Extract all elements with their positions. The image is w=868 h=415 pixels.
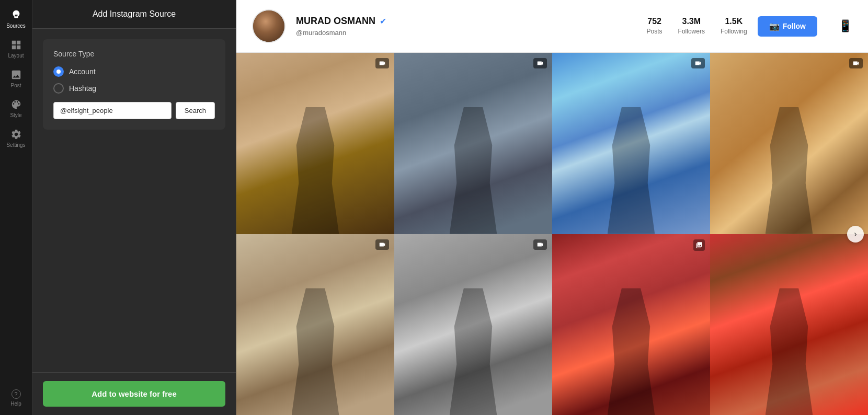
profile-name: MURAD OSMANN (296, 16, 375, 27)
video-camera-icon (379, 60, 386, 67)
layout-icon (10, 39, 22, 51)
grid-item-8[interactable] (710, 234, 868, 416)
panel-title: Add Instagram Source (32, 0, 236, 29)
stat-following-label: Following (721, 28, 747, 35)
panel-footer: Add to website for free (32, 372, 236, 415)
stat-following-value: 1.5K (721, 17, 747, 26)
media-badge-5 (375, 239, 389, 250)
radio-hashtag-label: Hashtag (69, 84, 96, 93)
source-panel: Add Instagram Source Source Type Account… (32, 0, 236, 415)
stat-followers-label: Followers (678, 28, 705, 35)
media-badge-1 (375, 58, 389, 68)
sidebar-item-help-label: Help (10, 401, 21, 407)
source-type-label: Source Type (53, 50, 215, 58)
sidebar-item-post-label: Post (10, 83, 21, 88)
instagram-icon: 📷 (769, 21, 780, 31)
media-badge-6 (533, 239, 547, 250)
gear-icon (10, 129, 22, 140)
profile-info: MURAD OSMANN ✔ @muradosmann (296, 16, 626, 37)
source-type-card: Source Type Account Hashtag Search (43, 39, 225, 130)
profile-name-row: MURAD OSMANN ✔ (296, 16, 626, 27)
follow-button[interactable]: 📷 Follow (758, 16, 817, 37)
plug-icon (10, 9, 22, 21)
sidebar-item-style[interactable]: Style (2, 95, 30, 122)
media-badge-3 (691, 58, 705, 68)
sidebar-item-post[interactable]: Post (2, 65, 30, 93)
search-input[interactable] (53, 102, 172, 119)
sidebar-item-sources[interactable]: Sources (2, 5, 30, 33)
image-icon (10, 69, 22, 80)
help-icon: ? (12, 389, 21, 399)
profile-stats: 752 Posts 3.3M Followers 1.5K Following (647, 17, 747, 36)
stat-followers: 3.3M Followers (678, 17, 705, 36)
grid-item-6[interactable] (394, 234, 552, 416)
sidebar-item-help[interactable]: ? Help (2, 385, 30, 411)
radio-hashtag[interactable]: Hashtag (53, 83, 215, 94)
video-camera-icon-3 (694, 60, 702, 67)
stat-posts-value: 752 (647, 17, 663, 26)
grid-container (236, 53, 868, 415)
main-content: MURAD OSMANN ✔ @muradosmann 752 Posts 3.… (236, 0, 868, 415)
video-camera-icon-4 (852, 60, 860, 67)
sidebar-item-layout[interactable]: Layout (2, 35, 30, 63)
grid-item-3[interactable] (552, 53, 710, 234)
video-camera-icon-6 (536, 241, 544, 248)
profile-header: MURAD OSMANN ✔ @muradosmann 752 Posts 3.… (236, 0, 868, 53)
album-icon (695, 241, 703, 249)
sidebar-item-layout-label: Layout (8, 53, 24, 59)
radio-account-label: Account (69, 67, 96, 76)
sidebar-item-style-label: Style (10, 112, 21, 118)
profile-username: @muradosmann (296, 29, 626, 37)
panel-content: Source Type Account Hashtag Search (32, 29, 236, 372)
video-camera-icon-5 (379, 241, 386, 248)
mobile-preview-icon[interactable]: 📱 (838, 19, 852, 33)
grid-item-2[interactable] (394, 53, 552, 234)
avatar (252, 9, 285, 43)
stat-posts: 752 Posts (647, 17, 663, 36)
avatar-image (253, 10, 284, 42)
sidebar-item-sources-label: Sources (6, 23, 26, 29)
add-to-website-button[interactable]: Add to website for free (43, 381, 225, 407)
media-badge-7 (693, 239, 705, 251)
stat-following: 1.5K Following (721, 17, 747, 36)
grid-item-1[interactable] (236, 53, 394, 234)
sidebar-item-settings[interactable]: Settings (2, 124, 30, 152)
source-type-radio-group: Account Hashtag (53, 66, 215, 94)
palette-icon (10, 99, 22, 110)
grid-item-5[interactable] (236, 234, 394, 416)
grid-item-7[interactable] (552, 234, 710, 416)
sidebar-item-settings-label: Settings (6, 142, 25, 148)
stat-posts-label: Posts (647, 28, 663, 35)
video-camera-icon-2 (536, 60, 544, 67)
photo-grid: › (236, 53, 868, 415)
radio-account-circle (53, 66, 64, 77)
stat-followers-value: 3.3M (678, 17, 705, 26)
next-arrow-button[interactable]: › (847, 226, 864, 243)
search-row: Search (53, 102, 215, 119)
media-badge-4 (849, 58, 863, 68)
radio-hashtag-circle (53, 83, 64, 94)
sidebar: Sources Layout Post Style Settings ? Hel… (0, 0, 32, 415)
media-badge-2 (533, 58, 547, 68)
grid-item-4[interactable] (710, 53, 868, 234)
verified-badge-icon: ✔ (380, 16, 386, 26)
radio-account[interactable]: Account (53, 66, 215, 77)
search-button[interactable]: Search (176, 102, 215, 119)
